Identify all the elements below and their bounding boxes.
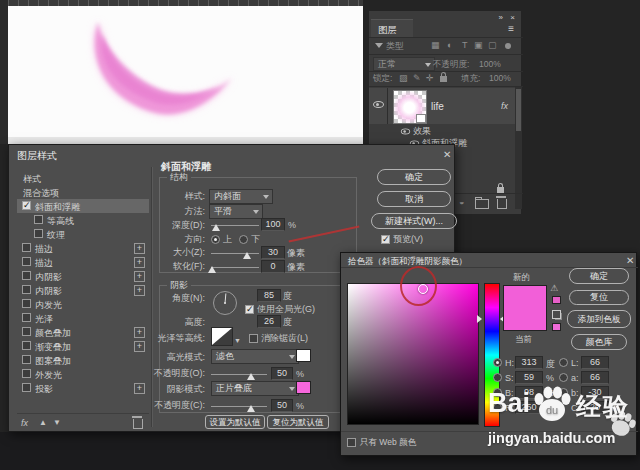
size-slider[interactable]: [211, 253, 259, 257]
depth-slider[interactable]: [211, 225, 259, 229]
effect-checkbox[interactable]: [22, 257, 31, 266]
effect-checkbox[interactable]: [22, 285, 31, 294]
delete-effect-trash-icon[interactable]: [133, 419, 143, 429]
effects-fx-icon[interactable]: fx: [21, 418, 28, 429]
panel-collapse-icon[interactable]: »: [499, 13, 503, 23]
layers-scrollbar-thumb[interactable]: [516, 89, 521, 131]
effect-move-down-icon[interactable]: ▼: [53, 417, 61, 428]
filter-kind-smartobject-icon[interactable]: ▢: [488, 40, 497, 51]
angle-dial[interactable]: [213, 291, 237, 315]
layer-thumbnail[interactable]: [393, 90, 427, 124]
method-dropdown[interactable]: 平滑: [209, 204, 263, 219]
soften-value[interactable]: 0: [261, 260, 285, 273]
preview-checkbox[interactable]: [381, 235, 390, 244]
depth-value[interactable]: 100: [261, 218, 285, 231]
direction-up-radio[interactable]: [211, 235, 220, 244]
picker-reset-button[interactable]: 复位: [569, 290, 629, 305]
web-safe-swatch[interactable]: [552, 323, 561, 331]
reset-default-button[interactable]: 复位为默认值: [267, 415, 329, 429]
filter-kind-shape-icon[interactable]: ▣: [474, 40, 483, 51]
new-group-folder-icon[interactable]: [475, 199, 489, 209]
shadow-mode-dropdown[interactable]: 正片叠底: [211, 381, 299, 396]
hue-arrow-left-icon[interactable]: [477, 315, 482, 323]
new-style-button[interactable]: 新建样式(W)...: [371, 213, 457, 229]
color-mode-radio[interactable]: [559, 358, 568, 367]
layers-tab[interactable]: 图层: [371, 19, 413, 38]
opacity-value[interactable]: 100%: [479, 59, 501, 70]
color-component-input[interactable]: 66: [581, 356, 609, 369]
picker-close-icon[interactable]: ✕: [626, 256, 634, 266]
picker-ok-button[interactable]: 确定: [569, 268, 629, 284]
web-safe-cube-icon[interactable]: [552, 310, 561, 319]
gamut-swatch[interactable]: [552, 296, 561, 304]
set-default-button[interactable]: 设置为默认值: [205, 415, 265, 429]
layer-row[interactable]: life fx: [369, 88, 515, 124]
web-only-checkbox[interactable]: [347, 438, 356, 447]
blend-mode-dropdown[interactable]: 正常: [373, 57, 435, 71]
layer-fx-badge[interactable]: fx: [501, 101, 508, 112]
effects-label[interactable]: 效果: [413, 126, 431, 137]
highlight-mode-dropdown[interactable]: 滤色: [211, 349, 299, 364]
effects-visibility-eye-icon[interactable]: [401, 129, 410, 135]
color-component-input[interactable]: 313: [515, 356, 543, 369]
filter-kind-adjustment-icon[interactable]: ◐: [447, 40, 452, 51]
lock-transparency-icon[interactable]: ▨: [399, 73, 408, 84]
antialias-checkbox[interactable]: [249, 334, 258, 343]
color-component-input[interactable]: 59: [515, 371, 543, 384]
effect-checkbox[interactable]: [34, 215, 43, 224]
style-dropdown[interactable]: 内斜面: [209, 189, 273, 204]
color-mode-radio[interactable]: [493, 373, 502, 382]
altitude-value[interactable]: 26: [257, 315, 281, 328]
gamut-warning-icon[interactable]: ⚠: [550, 283, 558, 294]
lock-pixels-icon[interactable]: ✎: [413, 73, 421, 84]
effect-checkbox[interactable]: [22, 271, 31, 280]
styles-header-row[interactable]: 样式: [17, 171, 149, 185]
filter-type-label[interactable]: 类型: [386, 41, 404, 52]
highlight-color-swatch[interactable]: [296, 349, 311, 362]
color-mode-radio[interactable]: [559, 373, 568, 382]
lock-all-icon[interactable]: [440, 76, 447, 82]
effect-checkbox[interactable]: [22, 299, 31, 308]
filter-kind-pixel-icon[interactable]: ▦: [431, 40, 440, 51]
dialog-close-icon[interactable]: ✕: [443, 150, 451, 160]
effect-checkbox[interactable]: [22, 369, 31, 378]
layers-scrollbar[interactable]: [515, 87, 522, 209]
effect-move-up-icon[interactable]: ▲: [39, 417, 47, 428]
panel-menu-icon[interactable]: ≡: [508, 24, 514, 34]
lock-position-icon[interactable]: ✛: [426, 73, 434, 84]
soften-slider[interactable]: [211, 267, 259, 271]
color-component-input[interactable]: 66: [581, 371, 609, 384]
filter-funnel-icon[interactable]: [375, 43, 383, 48]
effect-checkbox[interactable]: [22, 341, 31, 350]
effect-checkbox[interactable]: [22, 383, 31, 392]
color-libraries-button[interactable]: 颜色库: [571, 334, 627, 350]
effect-checkbox[interactable]: [22, 201, 31, 210]
effect-checkbox[interactable]: [22, 313, 31, 322]
effect-checkbox[interactable]: [22, 243, 31, 252]
effect-checkbox[interactable]: [34, 229, 43, 238]
size-value[interactable]: 30: [261, 246, 285, 259]
filter-toggle-icon[interactable]: [505, 43, 511, 49]
effect-checkbox[interactable]: [22, 327, 31, 336]
effect-checkbox[interactable]: [22, 355, 31, 364]
shadow-opacity-slider[interactable]: [211, 406, 267, 410]
fill-value[interactable]: 100%: [489, 73, 511, 84]
gloss-contour-thumbnail[interactable]: [211, 327, 233, 346]
cancel-button[interactable]: 取消: [377, 191, 451, 207]
gloss-contour-arrow-icon[interactable]: ▼: [234, 335, 241, 346]
color-mode-radio[interactable]: [493, 358, 502, 367]
new-fill-layer-icon[interactable]: ◒: [459, 197, 464, 208]
add-effect-icon[interactable]: [134, 271, 145, 282]
highlight-opacity-slider[interactable]: [211, 374, 267, 378]
shadow-opacity-value[interactable]: 50: [271, 399, 293, 412]
filter-kind-type-icon[interactable]: T: [462, 40, 468, 51]
highlight-opacity-value[interactable]: 50: [271, 367, 293, 380]
panel-close-icon[interactable]: ×: [510, 13, 515, 23]
direction-down-radio[interactable]: [239, 235, 248, 244]
global-light-checkbox[interactable]: [245, 305, 254, 314]
shadow-color-swatch[interactable]: [296, 381, 311, 394]
delete-layer-trash-icon[interactable]: [497, 199, 507, 209]
ok-button[interactable]: 确定: [377, 169, 451, 185]
angle-value[interactable]: 85: [257, 289, 281, 302]
add-to-swatches-button[interactable]: 添加到色板: [567, 310, 631, 328]
